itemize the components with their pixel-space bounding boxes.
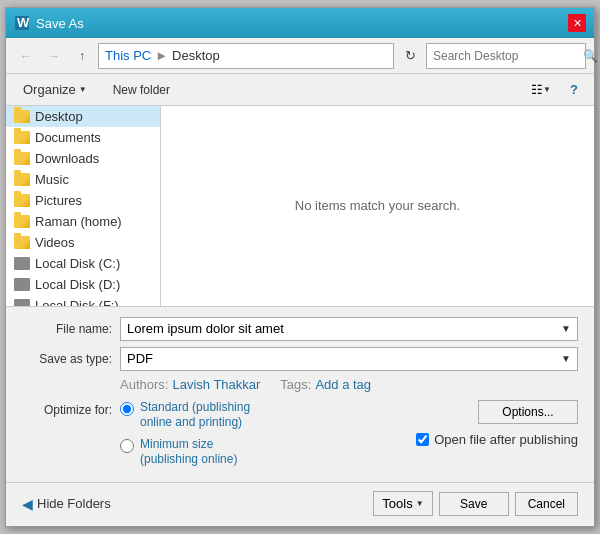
forward-button[interactable]: →: [42, 44, 66, 68]
tools-label: Tools: [382, 496, 412, 511]
filename-dropdown-icon: ▼: [561, 323, 571, 334]
sidebar-item-label: Desktop: [35, 109, 83, 124]
sidebar-item-label: Local Disk (C:): [35, 256, 120, 271]
close-button[interactable]: ✕: [568, 14, 586, 32]
savetype-row: Save as type: PDF ▼: [22, 347, 578, 371]
title-bar: W Save As ✕: [6, 8, 594, 38]
chevron-left-icon: ◀: [22, 496, 33, 512]
svg-text:W: W: [17, 15, 30, 30]
content-area: Desktop Documents Downloads Music Pictur…: [6, 106, 594, 306]
optimize-standard-option[interactable]: Standard (publishingonline and printing): [120, 400, 250, 431]
action-bar: Organize ▼ New folder ☷ ▼ ?: [6, 74, 594, 106]
view-chevron-icon: ▼: [543, 85, 551, 94]
pictures-folder-icon: [14, 194, 30, 207]
documents-folder-icon: [14, 131, 30, 144]
sidebar-item-local-f[interactable]: Local Disk (F:): [6, 295, 160, 306]
optimize-minimum-option[interactable]: Minimum size(publishing online): [120, 437, 250, 468]
drive-c-icon: [14, 257, 30, 270]
filename-label: File name:: [22, 322, 112, 336]
savetype-value: PDF: [127, 351, 561, 366]
organize-label: Organize: [23, 82, 76, 97]
optimize-minimum-radio[interactable]: [120, 439, 134, 453]
sidebar-item-label: Local Disk (D:): [35, 277, 120, 292]
drive-d-icon: [14, 278, 30, 291]
optimize-row: Optimize for: Standard (publishingonline…: [22, 400, 578, 468]
search-icon: 🔍: [583, 49, 598, 63]
sidebar-item-desktop[interactable]: Desktop: [6, 106, 160, 127]
title-bar-left: W Save As: [14, 15, 84, 31]
footer-actions: Tools ▼ Save Cancel: [373, 491, 578, 516]
tools-button[interactable]: Tools ▼: [373, 491, 432, 516]
meta-row: Authors: Lavish Thakkar Tags: Add a tag: [22, 377, 578, 392]
sidebar-item-downloads[interactable]: Downloads: [6, 148, 160, 169]
sidebar: Desktop Documents Downloads Music Pictur…: [6, 106, 161, 306]
search-input[interactable]: [433, 49, 583, 63]
tags-label: Tags:: [280, 377, 311, 392]
savetype-dropdown-icon: ▼: [561, 353, 571, 364]
tags-item: Tags: Add a tag: [280, 377, 371, 392]
sidebar-item-music[interactable]: Music: [6, 169, 160, 190]
optimize-label: Optimize for:: [44, 403, 112, 417]
filename-input[interactable]: Lorem ipsum dolor sit amet ▼: [120, 317, 578, 341]
sidebar-item-label: Videos: [35, 235, 75, 250]
empty-message: No items match your search.: [295, 198, 460, 213]
sidebar-item-local-d[interactable]: Local Disk (D:): [6, 274, 160, 295]
filename-value: Lorem ipsum dolor sit amet: [127, 321, 561, 336]
breadcrumb-separator: ►: [155, 48, 168, 63]
sidebar-item-documents[interactable]: Documents: [6, 127, 160, 148]
optimize-standard-radio[interactable]: [120, 402, 134, 416]
sidebar-item-label: Music: [35, 172, 69, 187]
savetype-select[interactable]: PDF ▼: [120, 347, 578, 371]
app-icon: W: [14, 15, 30, 31]
dialog-title: Save As: [36, 16, 84, 31]
sidebar-item-label: Local Disk (F:): [35, 298, 119, 306]
open-after-label: Open file after publishing: [434, 432, 578, 447]
sidebar-item-label: Downloads: [35, 151, 99, 166]
hide-folders-button[interactable]: ◀ Hide Folders: [22, 496, 111, 512]
up-button[interactable]: ↑: [70, 44, 94, 68]
save-as-dialog: W Save As ✕ ← → ↑ This PC ► Desktop ↻ 🔍 …: [5, 7, 595, 527]
options-button[interactable]: Options...: [478, 400, 578, 424]
nav-toolbar: ← → ↑ This PC ► Desktop ↻ 🔍: [6, 38, 594, 74]
breadcrumb-root[interactable]: This PC: [105, 48, 151, 63]
sidebar-item-label: Raman (home): [35, 214, 122, 229]
sidebar-item-local-c[interactable]: Local Disk (C:): [6, 253, 160, 274]
bottom-panel: File name: Lorem ipsum dolor sit amet ▼ …: [6, 306, 594, 482]
savetype-label: Save as type:: [22, 352, 112, 366]
refresh-button[interactable]: ↻: [398, 44, 422, 68]
drive-f-icon: [14, 299, 30, 306]
search-box: 🔍: [426, 43, 586, 69]
authors-item: Authors: Lavish Thakkar: [120, 377, 260, 392]
hide-folders-label: Hide Folders: [37, 496, 111, 511]
sidebar-item-raman[interactable]: Raman (home): [6, 211, 160, 232]
back-button[interactable]: ←: [14, 44, 38, 68]
optimize-standard-label: Standard (publishingonline and printing): [140, 400, 250, 431]
sidebar-item-videos[interactable]: Videos: [6, 232, 160, 253]
view-button[interactable]: ☷ ▼: [528, 78, 554, 102]
authors-value[interactable]: Lavish Thakkar: [172, 377, 260, 392]
sidebar-item-label: Pictures: [35, 193, 82, 208]
cancel-button[interactable]: Cancel: [515, 492, 578, 516]
organize-button[interactable]: Organize ▼: [14, 79, 96, 100]
open-after-row: Open file after publishing: [416, 432, 578, 447]
save-button[interactable]: Save: [439, 492, 509, 516]
desktop-folder-icon: [14, 110, 30, 123]
filename-row: File name: Lorem ipsum dolor sit amet ▼: [22, 317, 578, 341]
help-button[interactable]: ?: [562, 78, 586, 102]
right-options: Options... Open file after publishing: [416, 400, 578, 447]
sidebar-item-label: Documents: [35, 130, 101, 145]
optimize-minimum-label: Minimum size(publishing online): [140, 437, 237, 468]
tools-chevron-icon: ▼: [416, 499, 424, 508]
sidebar-item-pictures[interactable]: Pictures: [6, 190, 160, 211]
tags-value[interactable]: Add a tag: [315, 377, 371, 392]
footer: ◀ Hide Folders Tools ▼ Save Cancel: [6, 482, 594, 526]
breadcrumb-current: Desktop: [172, 48, 220, 63]
main-content: No items match your search.: [161, 106, 594, 306]
optimize-options: Standard (publishingonline and printing)…: [120, 400, 250, 468]
breadcrumb: This PC ► Desktop: [98, 43, 394, 69]
downloads-folder-icon: [14, 152, 30, 165]
open-after-checkbox[interactable]: [416, 433, 429, 446]
videos-folder-icon: [14, 236, 30, 249]
music-folder-icon: [14, 173, 30, 186]
new-folder-button[interactable]: New folder: [104, 80, 179, 100]
